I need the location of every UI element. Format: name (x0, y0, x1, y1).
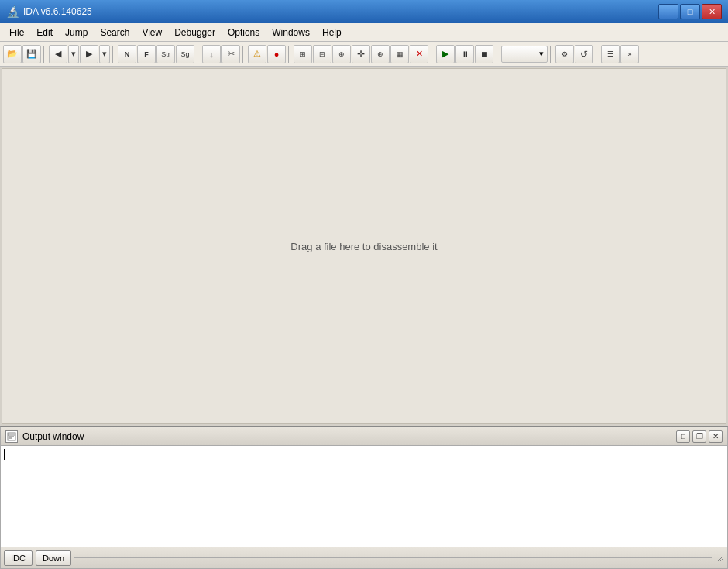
sep4 (242, 46, 246, 63)
save-button[interactable]: 💾 (22, 45, 41, 63)
menu-help[interactable]: Help (316, 23, 348, 41)
title-controls: ─ □ ✕ (658, 4, 722, 19)
jump-down-button[interactable]: ↓ (202, 45, 221, 63)
text-cursor (4, 449, 5, 460)
open-button[interactable]: 📂 (3, 45, 22, 63)
down-button[interactable]: Down (36, 550, 71, 566)
menu-view[interactable]: View (136, 23, 168, 41)
pause-button[interactable]: ⏸ (455, 45, 474, 63)
cross-button[interactable]: ✛ (352, 45, 370, 63)
sep6 (431, 46, 434, 63)
title-bar: 🔬 IDA v6.6.140625 ─ □ ✕ (0, 0, 728, 23)
main-area[interactable]: Drag a file here to disassemble it (2, 68, 726, 424)
forward-dropdown-button[interactable]: ▾ (99, 45, 110, 63)
resize-grip[interactable] (715, 554, 724, 563)
menu-bar: File Edit Jump Search View Debugger Opti… (0, 23, 728, 42)
run-button[interactable]: ▶ (436, 45, 455, 63)
cross2-button[interactable]: ✕ (410, 45, 428, 63)
dropdown-arrow-icon: ▾ (539, 49, 544, 59)
segments-button[interactable]: Sg (176, 45, 194, 63)
output-panel: Output window □ ❐ ✕ IDC Down (0, 426, 728, 569)
menu-search[interactable]: Search (94, 23, 136, 41)
menu-jump[interactable]: Jump (59, 23, 94, 41)
sep2 (112, 46, 115, 63)
ins2-button[interactable]: ⊟ (313, 45, 331, 63)
columns-button[interactable]: ☰ (601, 45, 620, 63)
stop-button[interactable]: ⏹ (475, 45, 493, 63)
sep7 (496, 46, 499, 63)
output-window-title: Output window (22, 431, 84, 442)
output-maximize-button[interactable]: □ (676, 430, 690, 443)
sep3 (197, 46, 200, 63)
drag-drop-hint: Drag a file here to disassemble it (290, 241, 437, 252)
title-left: 🔬 IDA v6.6.140625 (6, 5, 92, 18)
menu-windows[interactable]: Windows (266, 23, 316, 41)
output-content[interactable] (1, 446, 727, 547)
output-title-left: Output window (5, 430, 84, 443)
graph-button[interactable]: ▦ (390, 45, 409, 63)
footer-separator (74, 557, 712, 558)
patch-button[interactable]: ⊕ (371, 45, 390, 63)
names-button[interactable]: N (118, 45, 136, 63)
svg-line-4 (718, 557, 723, 561)
menu-options[interactable]: Options (221, 23, 266, 41)
idc-button[interactable]: IDC (4, 550, 33, 566)
sep9 (596, 46, 599, 63)
sep8 (550, 46, 553, 63)
refresh-button[interactable]: ↺ (575, 45, 593, 63)
close-button[interactable]: ✕ (702, 4, 722, 19)
forward-button[interactable]: ▶ (80, 45, 98, 63)
output-footer: IDC Down (1, 547, 727, 568)
app-icon: 🔬 (6, 5, 19, 18)
sep1 (43, 46, 46, 63)
ins3-button[interactable]: ⊕ (332, 45, 351, 63)
ins1-button[interactable]: ⊞ (294, 45, 312, 63)
toolbar: 📂 💾 ◀ ▾ ▶ ▾ N F Str Sg ↓ ✂ ⚠ ● ⊞ ⊟ ⊕ ✛ ⊕… (0, 42, 728, 67)
svg-line-5 (720, 559, 723, 561)
warning-button[interactable]: ⚠ (248, 45, 266, 63)
jump-up-button[interactable]: ✂ (221, 45, 240, 63)
output-titlebar: Output window □ ❐ ✕ (1, 427, 727, 446)
strings-button[interactable]: Str (156, 45, 175, 63)
menu-file[interactable]: File (3, 23, 30, 41)
output-restore-button[interactable]: ❐ (692, 430, 706, 443)
back-button[interactable]: ◀ (49, 45, 67, 63)
maximize-button[interactable]: □ (680, 4, 700, 19)
app-title: IDA v6.6.140625 (23, 6, 92, 17)
circle-button[interactable]: ● (267, 45, 286, 63)
sep5 (288, 46, 291, 63)
dropdown-selector[interactable]: ▾ (501, 46, 548, 63)
output-controls: □ ❐ ✕ (676, 430, 723, 443)
menu-debugger[interactable]: Debugger (168, 23, 221, 41)
minimize-button[interactable]: ─ (658, 4, 678, 19)
output-close-button[interactable]: ✕ (709, 430, 723, 443)
more-button[interactable]: » (620, 45, 639, 63)
output-window-icon (5, 430, 18, 443)
back-dropdown-button[interactable]: ▾ (68, 45, 79, 63)
functions-button[interactable]: F (137, 45, 156, 63)
script-button[interactable]: ⚙ (555, 45, 574, 63)
menu-edit[interactable]: Edit (30, 23, 59, 41)
